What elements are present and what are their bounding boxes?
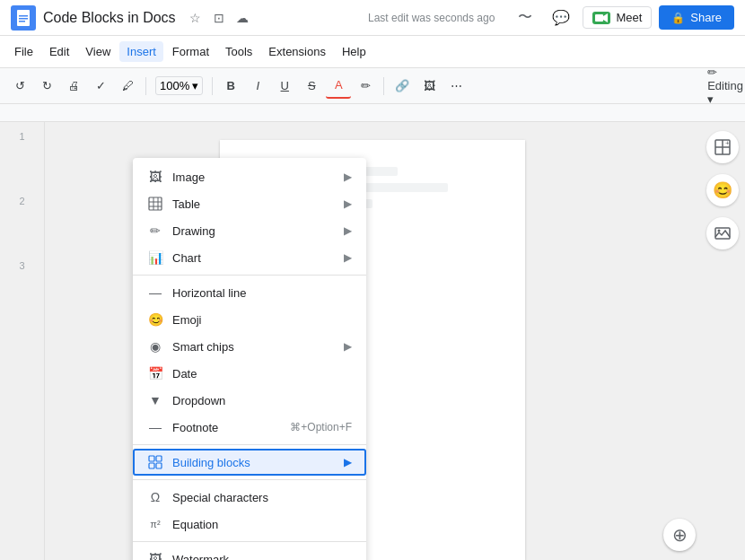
horizontal-line-label: Horizontal line bbox=[172, 286, 352, 300]
emoji-label: Emoji bbox=[172, 313, 352, 327]
zoom-selector[interactable]: 100% ▾ bbox=[155, 76, 203, 95]
meet-button[interactable]: Meet bbox=[583, 6, 652, 29]
print-button[interactable]: 🖨 bbox=[61, 74, 86, 99]
dropdown-icon: ▼ bbox=[147, 392, 163, 408]
menu-item-equation[interactable]: π² Equation bbox=[133, 511, 366, 538]
menu-tools[interactable]: Tools bbox=[218, 41, 259, 62]
smart-chips-icon: ◉ bbox=[147, 338, 163, 354]
svg-point-12 bbox=[718, 230, 721, 232]
lock-icon: 🔒 bbox=[671, 12, 685, 24]
ruler bbox=[0, 104, 745, 122]
menu-extensions[interactable]: Extensions bbox=[261, 41, 333, 62]
cloud-icon[interactable]: ☁ bbox=[233, 9, 251, 27]
sidebar-add-table-button[interactable]: + bbox=[706, 131, 739, 163]
menu-item-date[interactable]: 📅 Date bbox=[133, 360, 366, 387]
undo-button[interactable]: ↺ bbox=[7, 74, 32, 99]
text-color-button[interactable]: A bbox=[326, 74, 351, 99]
editing-mode-button[interactable]: ✏ Editing ▾ bbox=[713, 74, 738, 99]
menu-item-dropdown[interactable]: ▼ Dropdown bbox=[133, 387, 366, 414]
smart-chips-arrow: ▶ bbox=[344, 340, 352, 353]
image-label: Image bbox=[172, 171, 335, 184]
bottom-add-button[interactable]: ⊕ bbox=[663, 519, 696, 551]
menu-item-smart-chips[interactable]: ◉ Smart chips ▶ bbox=[133, 333, 366, 360]
menu-item-footnote[interactable]: — Footnote ⌘+Option+F bbox=[133, 414, 366, 441]
chat-icon[interactable]: 💬 bbox=[547, 4, 575, 32]
underline-button[interactable]: U bbox=[272, 74, 297, 99]
svg-rect-18 bbox=[149, 456, 154, 461]
divider-1 bbox=[133, 275, 366, 276]
toolbar-divider-1 bbox=[145, 77, 146, 95]
svg-rect-3 bbox=[19, 21, 25, 22]
bold-button[interactable]: B bbox=[218, 74, 243, 99]
building-blocks-arrow: ▶ bbox=[344, 456, 352, 468]
header-right-area: 〜 💬 Meet 🔒 Share bbox=[511, 4, 734, 32]
menu-item-drawing[interactable]: ✏ Drawing ▶ bbox=[133, 217, 366, 244]
bookmark-icon[interactable]: ⊡ bbox=[210, 9, 228, 27]
equation-icon: π² bbox=[147, 516, 163, 532]
menu-item-table[interactable]: Table ▶ bbox=[133, 190, 366, 217]
activity-icon[interactable]: 〜 bbox=[511, 4, 539, 32]
menu-item-horizontal-line[interactable]: — Horizontal line bbox=[133, 279, 366, 306]
footnote-label: Footnote bbox=[172, 421, 281, 434]
toolbar: ↺ ↻ 🖨 ✓ 🖊 100% ▾ B I U S A ✏ 🔗 🖼 ⋯ ✏ Edi… bbox=[0, 68, 745, 104]
table-icon bbox=[147, 196, 163, 212]
image-toolbar-button[interactable]: 🖼 bbox=[416, 74, 442, 99]
insert-dropdown-menu: 🖼 Image ▶ Table ▶ ✏ Drawing ▶ 📊 Chart ▶ … bbox=[133, 158, 366, 560]
star-icon[interactable]: ☆ bbox=[187, 9, 205, 27]
meet-icon bbox=[592, 12, 610, 24]
horizontal-line-icon: — bbox=[147, 284, 163, 301]
sidebar-emoji-button[interactable]: 😊 bbox=[706, 174, 739, 206]
sidebar-image-button[interactable] bbox=[706, 217, 739, 249]
menu-insert[interactable]: Insert bbox=[119, 41, 163, 62]
menu-item-watermark[interactable]: 🖼 Watermark bbox=[133, 546, 366, 560]
menu-item-building-blocks[interactable]: Building blocks ▶ bbox=[133, 449, 366, 476]
more-toolbar-button[interactable]: ⋯ bbox=[443, 74, 469, 99]
toolbar-divider-3 bbox=[383, 77, 384, 95]
menu-item-chart[interactable]: 📊 Chart ▶ bbox=[133, 244, 366, 271]
highlight-button[interactable]: ✏ bbox=[353, 74, 378, 99]
redo-button[interactable]: ↻ bbox=[34, 74, 59, 99]
svg-rect-2 bbox=[19, 18, 28, 20]
menu-format[interactable]: Format bbox=[165, 41, 216, 62]
drawing-label: Drawing bbox=[172, 224, 335, 238]
title-bar: Code Blocks in Docs ☆ ⊡ ☁ Last edit was … bbox=[0, 0, 745, 36]
divider-2 bbox=[133, 444, 366, 445]
special-characters-label: Special characters bbox=[172, 491, 352, 504]
chart-icon: 📊 bbox=[147, 249, 163, 266]
docs-app-icon bbox=[11, 5, 36, 31]
share-button[interactable]: 🔒 Share bbox=[659, 5, 734, 30]
svg-rect-19 bbox=[156, 456, 162, 461]
menu-help[interactable]: Help bbox=[335, 41, 373, 62]
emoji-icon: 😊 bbox=[147, 311, 163, 328]
drawing-arrow: ▶ bbox=[344, 224, 352, 237]
building-blocks-label: Building blocks bbox=[172, 456, 335, 469]
menu-bar: File Edit View Insert Format Tools Exten… bbox=[0, 36, 745, 68]
left-sidebar: 1 2 3 bbox=[0, 122, 45, 560]
paint-format-button[interactable]: 🖊 bbox=[115, 74, 140, 99]
drawing-icon: ✏ bbox=[147, 223, 163, 239]
menu-file[interactable]: File bbox=[7, 41, 40, 62]
menu-edit[interactable]: Edit bbox=[42, 41, 76, 62]
italic-button[interactable]: I bbox=[245, 74, 270, 99]
svg-text:+: + bbox=[725, 139, 730, 147]
image-arrow: ▶ bbox=[344, 171, 352, 183]
link-button[interactable]: 🔗 bbox=[390, 74, 415, 99]
meet-label: Meet bbox=[616, 11, 642, 24]
svg-rect-20 bbox=[149, 463, 154, 468]
menu-item-emoji[interactable]: 😊 Emoji bbox=[133, 306, 366, 333]
spellcheck-button[interactable]: ✓ bbox=[88, 74, 113, 99]
smart-chips-label: Smart chips bbox=[172, 340, 335, 354]
strikethrough-button[interactable]: S bbox=[299, 74, 324, 99]
svg-marker-5 bbox=[603, 13, 608, 22]
menu-item-image[interactable]: 🖼 Image ▶ bbox=[133, 163, 366, 190]
page-num-2: 2 bbox=[19, 196, 24, 206]
date-icon: 📅 bbox=[147, 365, 163, 381]
svg-rect-1 bbox=[19, 15, 28, 17]
image-icon: 🖼 bbox=[147, 169, 163, 185]
date-label: Date bbox=[172, 367, 352, 381]
menu-view[interactable]: View bbox=[78, 41, 118, 62]
menu-item-special-characters[interactable]: Ω Special characters bbox=[133, 484, 366, 511]
special-characters-icon: Ω bbox=[147, 489, 163, 505]
zoom-arrow: ▾ bbox=[192, 79, 198, 92]
svg-rect-4 bbox=[595, 14, 603, 22]
